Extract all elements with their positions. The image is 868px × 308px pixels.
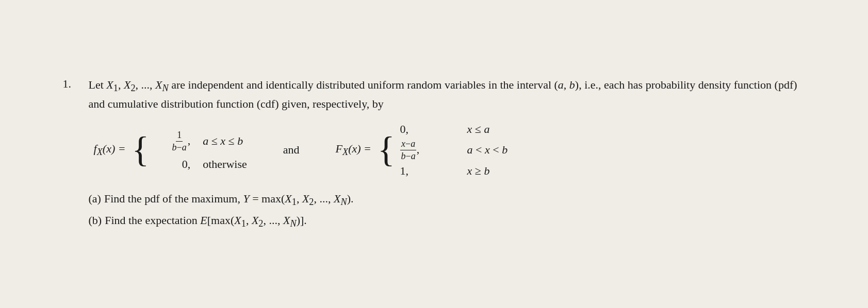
page: 1. Let X1, X2, ..., XN are independent a… <box>32 56 837 253</box>
cdf-case-3-expr: 1, <box>400 164 457 178</box>
sub-q-b-label: (b) <box>89 211 102 232</box>
sub-q-a-label: (a) <box>89 189 101 211</box>
sub-question-b: (b) Find the expectation E[max(X1, X2, .… <box>89 211 806 232</box>
pdf-case-1-condition: a ≤ x ≤ b <box>203 134 243 148</box>
cdf-label: FX(x) = <box>336 142 371 158</box>
cdf-cases: 0, x ≤ a x−a b−a <box>400 123 508 178</box>
pdf-label: fX(x) = <box>94 142 126 158</box>
problem-number: 1. <box>63 76 89 232</box>
cdf-formula: FX(x) = { 0, x ≤ a <box>336 123 508 178</box>
cdf-brace-container: { 0, x ≤ a <box>378 123 507 178</box>
problem-content: Let X1, X2, ..., XN are independent and … <box>89 76 806 232</box>
cdf-case-1-expr: 0, <box>400 123 457 136</box>
pdf-case-1: 1 b−a , a ≤ x ≤ b <box>154 129 247 154</box>
pdf-brace-container: { 1 b−a , a <box>132 129 247 172</box>
pdf-case-1-expr: 1 b−a , <box>154 129 190 154</box>
pdf-case-2: 0, otherwise <box>154 158 247 171</box>
intro-text: Let X1, X2, ..., XN are independent and … <box>89 76 806 113</box>
cdf-case-2-expr: x−a b−a , <box>400 138 457 163</box>
sub-questions: (a) Find the pdf of the maximum, Y = max… <box>89 189 806 232</box>
cdf-case-3-condition: x ≥ b <box>467 164 490 178</box>
cdf-case-3: 1, x ≥ b <box>400 164 508 178</box>
formulas-row: fX(x) = { 1 b−a , <box>94 123 806 178</box>
and-word: and <box>283 143 300 157</box>
cdf-brace: { <box>378 132 395 168</box>
cdf-case-1-condition: x ≤ a <box>467 123 490 136</box>
cdf-case-2: x−a b−a , a < x < b <box>400 138 508 163</box>
pdf-formula: fX(x) = { 1 b−a , <box>94 129 247 172</box>
sub-question-a: (a) Find the pdf of the maximum, Y = max… <box>89 189 806 211</box>
cdf-case-1: 0, x ≤ a <box>400 123 508 136</box>
sub-q-b-text: Find the expectation E[max(X1, X2, ..., … <box>105 211 307 232</box>
pdf-case-2-condition: otherwise <box>203 158 247 171</box>
pdf-case-2-expr: 0, <box>154 158 190 171</box>
cdf-case-2-condition: a < x < b <box>467 143 508 157</box>
problem-container: 1. Let X1, X2, ..., XN are independent a… <box>63 76 806 232</box>
pdf-cases: 1 b−a , a ≤ x ≤ b 0, <box>154 129 247 172</box>
pdf-brace: { <box>132 132 150 168</box>
sub-q-a-text: Find the pdf of the maximum, Y = max(X1,… <box>104 189 354 211</box>
